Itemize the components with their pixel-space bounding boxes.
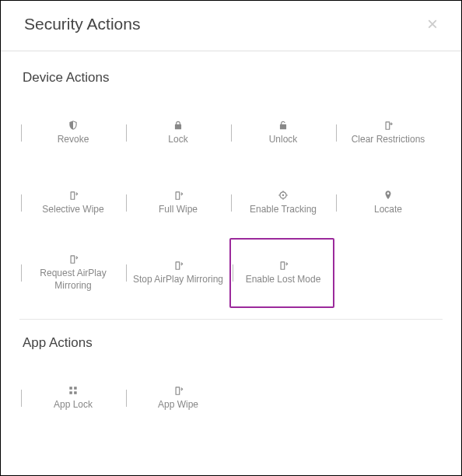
app-actions-title: App Actions bbox=[23, 335, 443, 351]
separator bbox=[231, 124, 232, 142]
location-pin-icon bbox=[383, 190, 394, 201]
separator bbox=[233, 264, 233, 282]
separator bbox=[336, 194, 337, 212]
revoke-button[interactable]: Revoke bbox=[19, 98, 124, 168]
device-plus-icon bbox=[383, 120, 394, 131]
clear-restrictions-button[interactable]: Clear Restrictions bbox=[334, 98, 439, 168]
unlock-icon bbox=[278, 120, 289, 131]
lock-icon bbox=[173, 120, 184, 131]
action-label: Enable Lost Mode bbox=[246, 274, 321, 286]
unlock-button[interactable]: Unlock bbox=[229, 98, 334, 168]
close-icon: × bbox=[427, 13, 438, 34]
crosshair-icon bbox=[278, 190, 289, 201]
dialog-header: Security Actions × bbox=[1, 1, 461, 51]
lock-button[interactable]: Lock bbox=[124, 98, 229, 168]
action-label: Lock bbox=[168, 134, 187, 146]
device-arrow-icon bbox=[173, 385, 184, 396]
action-label: Revoke bbox=[58, 134, 89, 146]
apps-grid-icon bbox=[68, 385, 79, 396]
separator bbox=[126, 194, 127, 212]
action-label: App Lock bbox=[54, 399, 93, 411]
request-airplay-mirroring-button[interactable]: Request AirPlay Mirroring bbox=[19, 238, 124, 308]
app-lock-button[interactable]: App Lock bbox=[19, 363, 124, 433]
device-actions-grid: Revoke Lock Unlock bbox=[19, 98, 443, 308]
device-arrow-icon bbox=[173, 190, 184, 201]
full-wipe-button[interactable]: Full Wipe bbox=[124, 168, 229, 238]
app-actions-section: App Actions App Lock App Wipe bbox=[19, 319, 443, 433]
action-label: App Wipe bbox=[158, 399, 198, 411]
device-arrow-icon bbox=[68, 254, 79, 264]
separator bbox=[231, 194, 232, 212]
device-actions-section: Device Actions Revoke Lock bbox=[19, 70, 443, 308]
action-label: Full Wipe bbox=[159, 204, 198, 216]
separator bbox=[126, 264, 127, 282]
device-arrow-icon bbox=[173, 260, 184, 271]
close-button[interactable]: × bbox=[427, 15, 438, 33]
action-label: Locate bbox=[374, 204, 402, 216]
locate-button[interactable]: Locate bbox=[334, 168, 439, 238]
app-actions-grid: App Lock App Wipe bbox=[19, 363, 443, 433]
action-label: Unlock bbox=[269, 134, 298, 146]
app-wipe-button[interactable]: App Wipe bbox=[124, 363, 229, 433]
action-label: Request AirPlay Mirroring bbox=[26, 268, 120, 292]
device-arrow-icon bbox=[278, 260, 289, 271]
dialog-content: Device Actions Revoke Lock bbox=[1, 51, 461, 449]
separator bbox=[126, 124, 127, 142]
enable-tracking-button[interactable]: Enable Tracking bbox=[229, 168, 334, 238]
action-label: Stop AirPlay Mirroring bbox=[133, 274, 223, 286]
separator bbox=[126, 390, 127, 407]
action-label: Clear Restrictions bbox=[352, 134, 425, 146]
separator bbox=[21, 194, 22, 212]
enable-lost-mode-button[interactable]: Enable Lost Mode bbox=[229, 238, 334, 308]
separator bbox=[336, 124, 337, 142]
shield-icon bbox=[68, 120, 79, 131]
device-actions-title: Device Actions bbox=[23, 70, 443, 86]
stop-airplay-mirroring-button[interactable]: Stop AirPlay Mirroring bbox=[124, 238, 229, 308]
action-label: Selective Wipe bbox=[42, 204, 103, 216]
device-arrow-icon bbox=[68, 190, 79, 201]
separator bbox=[21, 264, 22, 282]
separator bbox=[21, 124, 22, 142]
action-label: Enable Tracking bbox=[250, 204, 317, 216]
separator bbox=[21, 390, 22, 407]
dialog-title: Security Actions bbox=[24, 15, 140, 33]
selective-wipe-button[interactable]: Selective Wipe bbox=[19, 168, 124, 238]
